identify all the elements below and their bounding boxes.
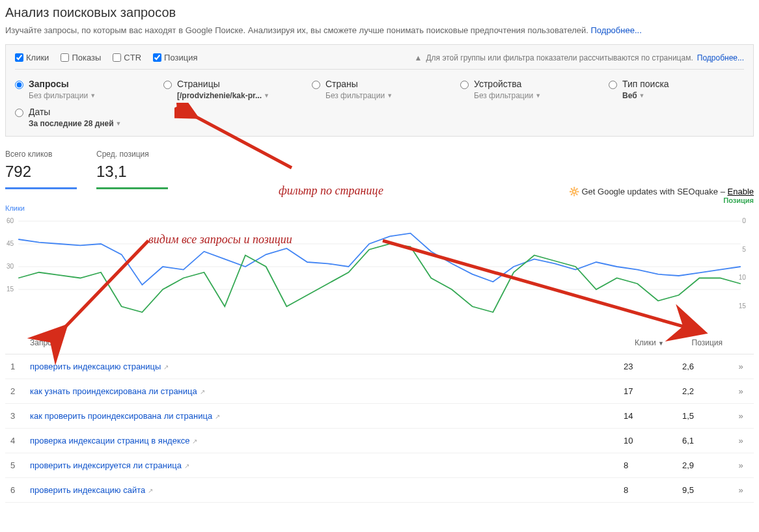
query-link[interactable]: проверить индексацию сайта [30,485,145,495]
table-row[interactable]: 3как проверить проиндексирована ли стран… [5,404,754,429]
filter-queries-sub[interactable]: Без фильтрации ▼ [29,91,96,100]
filter-search-type[interactable]: Тип поиска Веб ▼ [609,79,744,100]
filter-dates-radio[interactable] [15,109,23,117]
external-link-icon[interactable]: ↗ [163,364,169,371]
filters-panel: Клики Показы CTR Позиция ▲ Для этой груп… [5,44,754,137]
chart-svg: 60453015051015 [5,215,754,319]
metric-clicks[interactable]: Клики [15,53,49,62]
filter-pages-sub[interactable]: [/prodvizhenie/kak-pr... ▼ [177,91,269,100]
metric-ctr[interactable]: CTR [113,53,141,62]
row-query: проверить индексируется ли страница↗ [25,453,611,478]
notice-link[interactable]: Подробнее... [697,53,744,62]
filter-devices-sub[interactable]: Без фильтрации ▼ [474,91,541,100]
col-queries[interactable]: Запросы [25,332,611,354]
chevron-down-icon: ▼ [639,92,645,99]
metric-position-checkbox[interactable] [153,53,161,62]
svg-text:15: 15 [739,302,747,310]
stat-position: Сред. позиция 13,1 [96,150,168,189]
filter-search-type-sub[interactable]: Веб ▼ [622,91,669,100]
row-clicks: 14 [611,404,669,429]
learn-more-link[interactable]: Подробнее... [591,25,642,35]
row-position: 9,5 [669,478,728,503]
filter-queries[interactable]: Запросы Без фильтрации ▼ [15,79,150,100]
query-link[interactable]: проверить индексируется ли страница [30,460,182,470]
filter-pages[interactable]: Страницы [/prodvizhenie/kak-pr... ▼ [163,79,299,100]
col-index [5,332,25,354]
table-row[interactable]: 6проверить индексацию сайта↗89,5» [5,478,754,503]
row-expand[interactable]: » [728,478,754,503]
chart-line-clicks [18,233,741,285]
page-title: Анализ поисковых запросов [5,5,754,20]
filter-countries[interactable]: Страны Без фильтрации ▼ [312,79,447,100]
axis-left-label: Клики [5,204,25,212]
metric-ctr-checkbox[interactable] [113,53,121,62]
desc-text: Изучайте запросы, по которым вас находят… [5,25,591,35]
stat-clicks: Всего кликов 792 [5,150,77,189]
row-expand[interactable]: » [728,404,754,429]
row-clicks: 23 [611,354,669,379]
col-position[interactable]: Позиция [669,332,728,354]
row-position: 6,1 [669,429,728,453]
table-row[interactable]: 4проверка индексации страниц в яндексе↗1… [5,429,754,453]
metric-ctr-label: CTR [124,53,141,62]
query-link[interactable]: как проверить проиндексирована ли страни… [30,411,212,421]
filter-pages-radio[interactable] [163,81,172,89]
query-link[interactable]: как узнать проиндексирована ли страница [30,386,197,396]
svg-text:15: 15 [7,286,14,293]
row-clicks: 10 [611,429,669,453]
metric-impressions-checkbox[interactable] [61,53,69,62]
stat-clicks-label: Всего кликов [5,150,77,159]
external-link-icon[interactable]: ↗ [215,413,220,420]
row-query: проверить индексацию сайта↗ [25,478,611,503]
notice-text: Для этой группы или фильтра показатели р… [426,53,693,62]
row-index: 3 [5,404,25,429]
chevron-down-icon: ▼ [387,92,393,99]
filter-dates-label: Даты [29,107,122,117]
query-link[interactable]: проверить индексацию страницы [30,362,161,371]
external-link-icon[interactable]: ↗ [148,487,153,494]
stats-row: Всего кликов 792 Сред. позиция 13,1 [5,150,754,189]
metric-clicks-checkbox[interactable] [15,53,23,62]
table-row[interactable]: 1проверить индексацию страницы↗232,6» [5,354,754,379]
table-row[interactable]: 2как узнать проиндексирована ли страница… [5,379,754,404]
filter-countries-radio[interactable] [312,81,320,89]
col-clicks[interactable]: Клики ▼ [611,332,669,354]
filter-devices-label: Устройства [474,79,541,89]
metric-clicks-label: Клики [26,53,49,62]
row-query: как узнать проиндексирована ли страница↗ [25,379,611,404]
seoquake-sub: Позиция [5,196,754,204]
filter-dates-sub[interactable]: За последние 28 дней ▼ [29,119,122,128]
queries-table: Запросы Клики ▼ Позиция 1проверить индек… [5,332,754,503]
metric-position[interactable]: Позиция [153,53,197,62]
filter-search-type-label: Тип поиска [622,79,669,89]
stat-position-value: 13,1 [96,163,168,185]
metric-impressions[interactable]: Показы [61,53,101,62]
row-query: проверить индексацию страницы↗ [25,354,611,379]
query-link[interactable]: проверка индексации страниц в яндексе [30,436,189,446]
filter-dates[interactable]: Даты За последние 28 дней ▼ [15,107,150,128]
filter-queries-radio[interactable] [15,81,23,89]
row-expand[interactable]: » [728,354,754,379]
svg-text:5: 5 [742,246,746,253]
metrics-row: Клики Показы CTR Позиция ▲ Для этой груп… [15,53,744,70]
external-link-icon[interactable]: ↗ [200,388,205,395]
row-expand[interactable]: » [728,453,754,478]
stat-position-underline [96,187,168,189]
svg-text:30: 30 [7,263,14,270]
filter-devices-radio[interactable] [460,81,469,89]
row-expand[interactable]: » [728,379,754,404]
row-expand[interactable]: » [728,429,754,453]
filter-pages-label: Страницы [177,79,269,89]
filter-countries-sub[interactable]: Без фильтрации ▼ [325,91,393,100]
row-position: 2,9 [669,453,728,478]
stat-position-label: Сред. позиция [96,150,168,159]
row-clicks: 8 [611,478,669,503]
external-link-icon[interactable]: ↗ [192,438,197,445]
filter-devices[interactable]: Устройства Без фильтрации ▼ [460,79,596,100]
filter-search-type-radio[interactable] [609,81,617,89]
external-link-icon[interactable]: ↗ [184,462,189,470]
row-position: 2,2 [669,379,728,404]
metric-position-label: Позиция [164,53,197,62]
table-row[interactable]: 5проверить индексируется ли страница↗82,… [5,453,754,478]
seoquake-enable-link[interactable]: Enable [728,187,754,196]
